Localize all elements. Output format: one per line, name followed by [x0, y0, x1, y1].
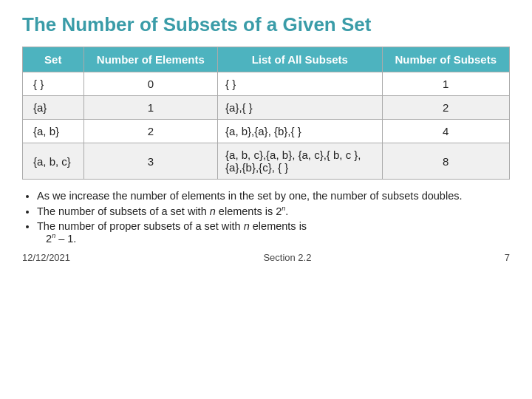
table-row: { } 0 { } 1	[23, 72, 510, 96]
cell-elements-0: 0	[83, 72, 218, 96]
bullet-item-2: The number of subsets of a set with n el…	[37, 205, 510, 217]
cell-set-2: {a, b}	[23, 120, 84, 143]
footer-page: 7	[505, 252, 510, 263]
bullet-list: As we increase the number of elements in…	[22, 190, 510, 245]
cell-subsets-list-2: {a, b},{a}, {b},{ }	[218, 120, 382, 143]
cell-num-subsets-0: 1	[382, 72, 509, 96]
col-header-set: Set	[23, 47, 84, 72]
footer-date: 12/12/2021	[22, 252, 70, 263]
table-row: {a, b} 2 {a, b},{a}, {b},{ } 4	[23, 120, 510, 143]
table-row: {a, b, c} 3 {a, b, c},{a, b}, {a, c},{ b…	[23, 143, 510, 180]
cell-num-subsets-2: 4	[382, 120, 509, 143]
cell-num-subsets-1: 2	[382, 96, 509, 120]
cell-subsets-list-0: { }	[218, 72, 382, 96]
cell-subsets-list-1: {a},{ }	[218, 96, 382, 120]
footer-section: Section 2.2	[263, 252, 311, 263]
subsets-table: Set Number of Elements List of All Subse…	[22, 47, 510, 180]
cell-num-subsets-3: 8	[382, 143, 509, 180]
cell-set-3: {a, b, c}	[23, 143, 84, 180]
col-header-list: List of All Subsets	[218, 47, 382, 72]
col-header-elements: Number of Elements	[83, 47, 218, 72]
page-title: The Number of Subsets of a Given Set	[22, 13, 510, 36]
cell-elements-3: 3	[83, 143, 218, 180]
col-header-num-subsets: Number of Subsets	[382, 47, 509, 72]
bullet-item-3: The number of proper subsets of a set wi…	[37, 220, 510, 245]
bullet-item-1: As we increase the number of elements in…	[37, 190, 510, 202]
cell-set-0: { }	[23, 72, 84, 96]
cell-elements-2: 2	[83, 120, 218, 143]
footer: 12/12/2021 Section 2.2 7	[22, 252, 510, 263]
table-row: {a} 1 {a},{ } 2	[23, 96, 510, 120]
cell-elements-1: 1	[83, 96, 218, 120]
cell-subsets-list-3: {a, b, c},{a, b}, {a, c},{ b, c },{a},{b…	[218, 143, 382, 180]
cell-set-1: {a}	[23, 96, 84, 120]
